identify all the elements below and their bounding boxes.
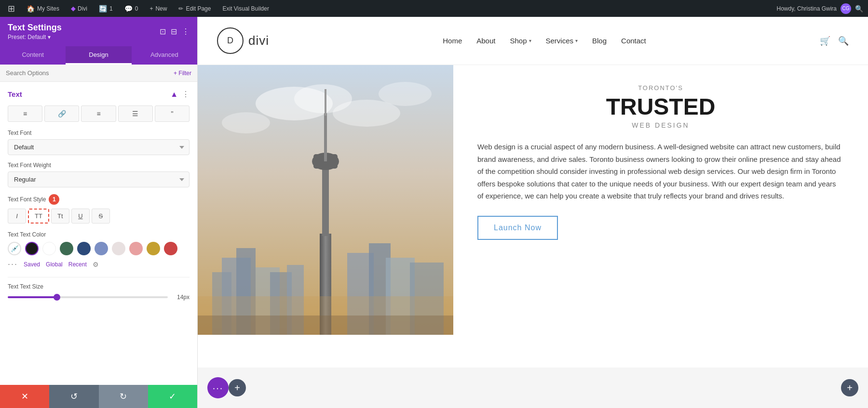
color-swatch-periwinkle[interactable] bbox=[95, 242, 108, 255]
color-swatch-white[interactable] bbox=[42, 242, 56, 255]
color-swatch-gold[interactable] bbox=[147, 242, 160, 255]
hero-image-container bbox=[198, 65, 453, 368]
cart-icon[interactable]: 🛒 bbox=[820, 36, 830, 46]
nav-services[interactable]: Services ▾ bbox=[546, 37, 578, 45]
main-layout: Text Settings Preset: Default ▾ ⊡ ⊟ ⋮ Co… bbox=[0, 17, 868, 408]
size-slider[interactable] bbox=[8, 296, 168, 298]
more-icon[interactable]: ⋮ bbox=[182, 27, 190, 36]
color-swatch-black[interactable] bbox=[25, 242, 39, 255]
admin-bar-right: Howdy, Christina Gwira CG 🔍 bbox=[777, 3, 863, 14]
color-swatch-lightpink[interactable] bbox=[112, 242, 125, 255]
avatar[interactable]: CG bbox=[841, 3, 851, 14]
svg-point-5 bbox=[379, 82, 432, 106]
color-swatches: 💉 bbox=[8, 242, 190, 255]
text-font-label: Text Font bbox=[8, 130, 190, 136]
nav-icons: 🛒 🔍 bbox=[820, 36, 849, 46]
underline-button[interactable]: U bbox=[71, 209, 90, 224]
panel-content: Text ▲ ⋮ ≡ 🔗 ≡ ☰ " Text Font Default Tex… bbox=[0, 82, 197, 385]
text-font-weight-select[interactable]: Regular bbox=[8, 171, 190, 187]
svg-rect-11 bbox=[325, 89, 326, 116]
nav-blog[interactable]: Blog bbox=[592, 37, 607, 45]
saved-colors-link[interactable]: Saved bbox=[24, 261, 40, 268]
add-section-button-2[interactable]: + bbox=[841, 379, 858, 396]
add-section-button-1[interactable]: + bbox=[229, 379, 246, 396]
my-sites-link[interactable]: 🏠 My Sites bbox=[24, 0, 62, 17]
color-settings-icon[interactable]: ⚙ bbox=[93, 261, 99, 268]
new-link[interactable]: + New bbox=[147, 0, 170, 17]
tab-content[interactable]: Content bbox=[0, 46, 66, 65]
text-section-header: Text ▲ ⋮ bbox=[8, 90, 190, 99]
strikethrough-button[interactable]: S bbox=[92, 209, 110, 224]
panel-preset[interactable]: Preset: Default ▾ bbox=[8, 34, 62, 40]
section-menu-icon[interactable]: ⋮ bbox=[182, 90, 190, 99]
logo-circle: D bbox=[217, 27, 244, 54]
ordered-list-button[interactable]: ≡ bbox=[81, 105, 116, 122]
edit-page-link[interactable]: ✏ Edit Page bbox=[176, 0, 214, 17]
comments-link[interactable]: 💬 0 bbox=[122, 0, 141, 17]
user-greeting: Howdy, Christina Gwira bbox=[777, 5, 837, 12]
uppercase-button[interactable]: TT bbox=[28, 209, 49, 224]
size-value: 14px bbox=[173, 294, 190, 301]
redo-button[interactable]: ↻ bbox=[99, 385, 148, 408]
nav-shop[interactable]: Shop ▾ bbox=[510, 37, 531, 45]
site-logo: D divi bbox=[217, 27, 269, 54]
panel-header: Text Settings Preset: Default ▾ ⊡ ⊟ ⋮ bbox=[0, 17, 197, 46]
undo-button[interactable]: ↺ bbox=[49, 385, 98, 408]
tab-design[interactable]: Design bbox=[66, 46, 131, 65]
link-button[interactable]: 🔗 bbox=[44, 105, 79, 122]
italic-button[interactable]: I bbox=[8, 209, 26, 224]
divi-link[interactable]: ◆ Divi bbox=[68, 0, 90, 17]
filter-button[interactable]: + Filter bbox=[174, 70, 191, 77]
admin-bar: ⊞ 🏠 My Sites ◆ Divi 🔄 1 💬 0 + New ✏ Edit… bbox=[0, 0, 868, 17]
torontos-label: TORONTO'S bbox=[477, 84, 844, 92]
color-swatch-navy[interactable] bbox=[77, 242, 91, 255]
panel-title: Text Settings bbox=[8, 23, 62, 33]
cancel-button[interactable]: ✕ bbox=[0, 385, 49, 408]
columns-icon[interactable]: ⊟ bbox=[171, 27, 177, 36]
text-font-style-row: Text Font Style 1 bbox=[8, 194, 190, 205]
nav-home[interactable]: Home bbox=[443, 37, 462, 45]
panel-header-info: Text Settings Preset: Default ▾ bbox=[8, 23, 62, 40]
panel-tabs: Content Design Advanced bbox=[0, 46, 197, 65]
align-left-button[interactable]: ≡ bbox=[8, 105, 42, 122]
blockquote-button[interactable]: " bbox=[155, 105, 190, 122]
search-icon-nav[interactable]: 🔍 bbox=[838, 36, 849, 46]
search-icon-admin[interactable]: 🔍 bbox=[855, 5, 863, 13]
unordered-list-button[interactable]: ☰ bbox=[118, 105, 153, 122]
add-section-row: ··· + + bbox=[198, 368, 868, 408]
eyedropper-tool[interactable]: 💉 bbox=[8, 242, 21, 255]
section-controls: ▲ ⋮ bbox=[170, 90, 190, 99]
tab-advanced[interactable]: Advanced bbox=[132, 46, 197, 65]
services-chevron-icon: ▾ bbox=[575, 38, 578, 43]
color-swatch-pink[interactable] bbox=[129, 242, 143, 255]
trusted-title: TRUSTED bbox=[477, 95, 844, 118]
text-font-style-label: Text Font Style bbox=[8, 196, 46, 203]
section-collapse-icon[interactable]: ▲ bbox=[170, 90, 178, 99]
bottom-bar: ✕ ↺ ↻ ✓ bbox=[0, 385, 197, 408]
web-design-sub: WEB DESIGN bbox=[477, 121, 844, 129]
global-colors-link[interactable]: Global bbox=[46, 261, 63, 268]
exit-visual-builder-link[interactable]: Exit Visual Builder bbox=[219, 0, 272, 17]
updates-link[interactable]: 🔄 1 bbox=[96, 0, 116, 17]
nav-contact[interactable]: Contact bbox=[621, 37, 646, 45]
text-font-weight-label: Text Font Weight bbox=[8, 162, 190, 169]
launch-now-button[interactable]: Launch Now bbox=[477, 216, 558, 240]
fullscreen-icon[interactable]: ⊡ bbox=[160, 27, 166, 36]
nav-about[interactable]: About bbox=[476, 37, 495, 45]
color-swatch-red[interactable] bbox=[164, 242, 177, 255]
size-row: 14px bbox=[8, 294, 190, 301]
search-input[interactable] bbox=[6, 69, 174, 77]
color-swatch-green[interactable] bbox=[60, 242, 73, 255]
save-button[interactable]: ✓ bbox=[148, 385, 197, 408]
search-bar: + Filter bbox=[0, 65, 197, 82]
recent-colors-link[interactable]: Recent bbox=[68, 261, 87, 268]
site-nav: D divi Home About Shop ▾ Services ▾ bbox=[198, 17, 868, 65]
site-menu: Home About Shop ▾ Services ▾ Blog Contac bbox=[443, 37, 646, 45]
font-style-buttons: I TT Tt U S bbox=[8, 209, 190, 224]
capitalize-button[interactable]: Tt bbox=[51, 209, 69, 224]
text-font-select[interactable]: Default bbox=[8, 139, 190, 155]
wp-logo[interactable]: ⊞ bbox=[5, 0, 18, 17]
shop-chevron-icon: ▾ bbox=[529, 38, 531, 43]
floating-menu-button[interactable]: ··· bbox=[207, 377, 229, 398]
color-more-button[interactable]: ··· bbox=[8, 259, 18, 269]
